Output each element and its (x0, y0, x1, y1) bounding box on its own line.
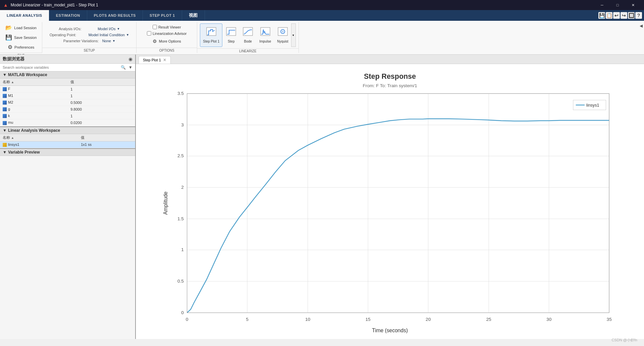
var-name: M2 (0, 99, 68, 106)
analysis-ios-row: Analysis I/Os: Model I/Os ▼ (59, 27, 120, 31)
svg-rect-0 (207, 27, 216, 36)
matlab-workspace-section: ▼ MATLAB Workspace 名称 ▲ 值 F1M11M20.5000g… (0, 71, 135, 126)
analysis-ios-dropdown[interactable]: Model I/Os ▼ (98, 27, 120, 31)
var-name: F (0, 86, 68, 93)
var-value: 9.8000 (68, 106, 135, 113)
matlab-workspace-header[interactable]: ▼ MATLAB Workspace (0, 71, 135, 78)
toolbar-icon5[interactable]: 🔲 (628, 12, 635, 19)
linear-var-row[interactable]: linsys11x1 ss (0, 141, 135, 148)
matlab-var-row[interactable]: mu0.0200 (0, 119, 135, 126)
toolbar-help-icon[interactable]: ? (635, 12, 642, 19)
step-icon (226, 27, 236, 38)
var-name: linsys1 (0, 141, 78, 148)
toolbar-redo-icon[interactable]: ↪ (621, 12, 627, 19)
matlab-var-row[interactable]: M20.5000 (0, 99, 135, 106)
app-icon: ▲ (3, 2, 8, 8)
variable-preview-title: Variable Preview (8, 150, 40, 155)
x-axis-label: Time (seconds) (372, 328, 408, 333)
variable-preview-header[interactable]: ▼ Variable Preview (0, 149, 135, 156)
matlab-var-row[interactable]: F1 (0, 86, 135, 93)
linear-workspace-arrow: ▼ (3, 128, 7, 133)
save-session-button[interactable]: 💾 Save Session (3, 33, 39, 42)
close-button[interactable]: ✕ (625, 0, 641, 10)
tab-label: Step Plot 1 (143, 58, 161, 62)
param-variations-row: Parameter Variations: None ▼ (63, 39, 115, 43)
ribbon: LINEAR ANALYSIS ESTIMATION PLOTS AND RES… (0, 10, 644, 55)
tab-view[interactable]: 视图 (182, 10, 205, 21)
col-value-header[interactable]: 值 (68, 78, 135, 86)
linearize-more-button[interactable]: ▾ (291, 23, 296, 47)
prefs-icon: ⚙ (8, 44, 12, 50)
param-variations-dropdown[interactable]: None ▼ (102, 39, 115, 43)
step-response-chart: Step Response From: F To: Train system/1 (139, 67, 641, 336)
nyquist-icon (277, 27, 288, 38)
tab-linear-analysis[interactable]: LINEAR ANALYSIS (0, 10, 49, 21)
matlab-workspace-title: MATLAB Workspace (8, 72, 47, 77)
y-tick-0: 0 (181, 310, 184, 315)
operating-point-arrow: ▼ (126, 33, 129, 37)
tab-close-button[interactable]: ✕ (163, 58, 166, 62)
step-plot-1-tab[interactable]: Step Plot 1 ✕ (139, 56, 171, 64)
plot-area: Step Response From: F To: Train system/1 (136, 64, 644, 339)
result-viewer-checkbox[interactable]: Result Viewer (153, 25, 181, 29)
linear-col-value-header[interactable]: 值 (78, 134, 135, 141)
operating-point-dropdown[interactable]: Model Initial Condition ▼ (89, 33, 129, 37)
y-tick-15: 1.5 (177, 216, 184, 221)
nyquist-button[interactable]: Nyquist (274, 23, 291, 47)
step-plot-1-button[interactable]: Step Plot 1 (200, 23, 222, 47)
search-dropdown-button[interactable]: ▼ (127, 64, 134, 70)
load-session-button[interactable]: 📂 Load Session (3, 23, 39, 32)
x-tick-15: 15 (366, 317, 371, 322)
y-axis-label: Amplitude (163, 191, 168, 215)
toolbar-undo-icon[interactable]: ↩ (613, 12, 620, 19)
linearization-advisor-checkbox[interactable]: Linearization Advisor (147, 31, 187, 36)
matlab-var-row[interactable]: M11 (0, 93, 135, 99)
x-tick-20: 20 (426, 317, 431, 322)
legend-label: linsys1 (586, 103, 599, 108)
linear-col-name-header[interactable]: 名称 ▲ (0, 134, 78, 141)
more-options-label: More Options (159, 39, 181, 43)
linear-table-header-row: 名称 ▲ 值 (0, 134, 135, 141)
y-tick-1: 1 (181, 247, 184, 252)
tab-plots-results[interactable]: PLOTS AND RESULTS (87, 10, 143, 21)
more-options-button[interactable]: ⚙ More Options (151, 38, 183, 45)
search-input[interactable] (1, 65, 119, 70)
linearization-advisor-check[interactable] (147, 31, 151, 36)
result-viewer-check[interactable] (153, 25, 157, 29)
ribbon-collapse[interactable]: ◀ (640, 22, 644, 53)
analysis-ios-label: Analysis I/Os: (59, 27, 96, 31)
variable-preview-arrow: ▼ (3, 150, 7, 155)
matlab-var-row[interactable]: k1 (0, 113, 135, 119)
search-button[interactable]: 🔍 (119, 64, 127, 70)
setup-group: Analysis I/Os: Model I/Os ▼ Operating Po… (42, 22, 137, 53)
toolbar-icon2[interactable]: 📋 (606, 12, 612, 19)
title-bar: ▲ Model Linearizer - train_model_pid1 - … (0, 0, 644, 10)
maximize-button[interactable]: □ (610, 0, 625, 10)
nyquist-label: Nyquist (277, 40, 288, 44)
minimize-button[interactable]: ─ (594, 0, 610, 10)
var-name: k (0, 113, 68, 119)
toolbar-save-icon[interactable]: 💾 (598, 12, 605, 19)
tab-step-plot-1[interactable]: STEP PLOT 1 (143, 10, 182, 21)
matlab-workspace-arrow: ▼ (3, 72, 7, 77)
bode-button[interactable]: Bode (240, 23, 256, 47)
x-tick-10: 10 (305, 317, 311, 322)
step-plot-1-icon (206, 27, 217, 38)
operating-point-row: Operating Point: Model Initial Condition… (50, 33, 129, 37)
ribbon-tab-bar: LINEAR ANALYSIS ESTIMATION PLOTS AND RES… (0, 10, 644, 21)
preferences-button[interactable]: ⚙ Preferences (6, 43, 36, 51)
browser-collapse-icon[interactable]: ◉ (128, 56, 132, 62)
impulse-button[interactable]: Impulse (257, 23, 274, 47)
window-title: Model Linearizer - train_model_pid1 - St… (11, 3, 594, 7)
matlab-var-row[interactable]: g9.8000 (0, 106, 135, 113)
step-button[interactable]: Step (223, 23, 239, 47)
watermark: CSDN @小虾fn (611, 338, 637, 339)
preferences-label: Preferences (14, 45, 34, 49)
main-area: 数据浏览器 ◉ 🔍 ▼ ▼ MATLAB Workspace 名称 ▲ 值 (0, 55, 644, 339)
col-name-header[interactable]: 名称 ▲ (0, 78, 68, 86)
chart-title: Step Response (364, 72, 416, 80)
analysis-ios-arrow: ▼ (117, 27, 120, 31)
tab-estimation[interactable]: ESTIMATION (49, 10, 87, 21)
linear-workspace-header[interactable]: ▼ Linear Analysis Workspace (0, 127, 135, 134)
x-tick-35: 35 (607, 317, 612, 322)
